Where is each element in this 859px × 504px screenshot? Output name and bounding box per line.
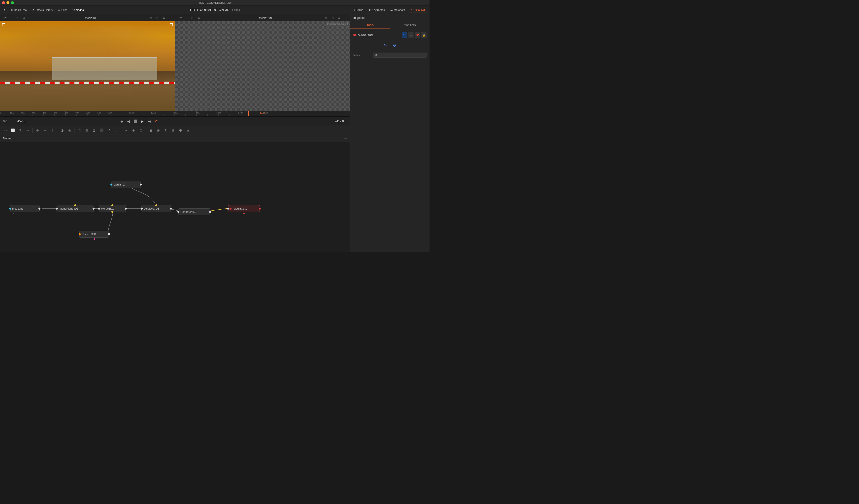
viewer-left-grid2-icon[interactable]: ⊞ [162, 15, 166, 20]
inspector-button[interactable]: ✕ Inspector [408, 7, 427, 12]
node-merge3D1[interactable]: Merge3D1 [99, 205, 126, 212]
tool-text[interactable]: T [17, 127, 24, 134]
fit-dropdown-right[interactable]: Fit▾ [177, 15, 182, 20]
nodes-content[interactable]: MediaIn1 ImagePlane3D1 [0, 142, 350, 252]
toolbar-dropdown[interactable]: ▾ [2, 7, 7, 12]
prev-frame-button[interactable]: ◀ [125, 118, 132, 124]
tool-light[interactable]: ◎ [169, 127, 177, 134]
tool-3d[interactable]: ◈ [130, 127, 137, 134]
viewer-left-toolbar: Fit▾ ▪ ◎ ⊞ ··· MediaIn1 ▭ ◎ ⊞ ··· [0, 14, 175, 21]
viewer-right-square-icon[interactable]: ▭ [323, 15, 329, 20]
viewer-more-left[interactable]: ··· [28, 15, 33, 20]
node-displace3D1[interactable]: Displace3D1 [141, 205, 171, 212]
viewer-right-zoom-icon[interactable]: ◎ [190, 15, 195, 20]
tool-mask[interactable]: ⌖ [42, 127, 48, 134]
inspector-lock-btn[interactable]: 🔒 [421, 32, 426, 38]
tool-3d-camera[interactable]: ⬡ [137, 127, 145, 134]
spline-button[interactable]: ⌇ Spline [351, 7, 366, 12]
viewer-right-grid2-icon[interactable]: ⊞ [336, 15, 342, 20]
inspector-color-btn[interactable] [402, 32, 407, 38]
node-renderer3D1[interactable]: Renderer3D1 [178, 208, 210, 215]
node-imagePlane3D1[interactable]: ImagePlane3D1 [57, 205, 94, 212]
tab-modifiers[interactable]: Modifiers [390, 21, 430, 29]
tool-composite[interactable]: ⬓ [91, 127, 97, 134]
viewer-zoom-icon[interactable]: ◎ [15, 15, 20, 20]
node-renderer3D1-label: Renderer3D1 [178, 210, 199, 213]
start-timecode: 0.0 [3, 120, 15, 123]
media-pool-button[interactable]: ⊞ Media Pool [9, 7, 29, 12]
tool-color[interactable]: ◑ [59, 127, 65, 134]
close-button[interactable] [2, 1, 5, 4]
clips-button[interactable]: ▤ Clips [56, 7, 69, 12]
tool-transform[interactable]: ⬚ [76, 127, 82, 134]
node-connections-svg [0, 142, 350, 252]
fit-dropdown-left[interactable]: Fit▾ [2, 15, 7, 20]
main-content: Fit▾ ▪ ◎ ⊞ ··· MediaIn1 ▭ ◎ ⊞ ··· [0, 14, 430, 252]
tool-sphere[interactable]: ◉ [154, 127, 162, 134]
tool-effect[interactable]: ☁ [184, 127, 191, 134]
tool-distort[interactable]: ⬛ [98, 127, 105, 134]
minimize-button[interactable] [6, 1, 10, 4]
maximize-button[interactable] [11, 1, 14, 4]
loop-button[interactable]: ↺ [153, 118, 159, 124]
tool-blur[interactable]: ◉ [66, 127, 73, 134]
effects-library-button[interactable]: ✦ Effects Library [30, 7, 55, 12]
viewer-layout-icon[interactable]: ▪ [9, 15, 13, 20]
node-camera3D1[interactable]: Camera3D1 [79, 231, 109, 238]
keyframes-button[interactable]: ◆ Keyframes [366, 7, 387, 12]
viewer-left-circle-icon[interactable]: ◎ [155, 15, 160, 20]
tool-polygon[interactable]: ⬜ [10, 127, 16, 134]
timeline-ruler[interactable]: 0 100 200 300 400 500 600 700 800 900 10… [0, 111, 350, 117]
node-mediaOut1[interactable]: MediaOut1 [228, 205, 260, 212]
nodes-button[interactable]: ⬡ Nodes [71, 7, 86, 12]
tool-tracker[interactable]: ⊕ [34, 127, 41, 134]
tool-sep-5 [146, 128, 146, 133]
tool-particle[interactable]: ✦ [123, 127, 130, 134]
svg-text:2000: 2000 [216, 112, 221, 114]
inspector-gear-icon[interactable]: ⚙ [391, 42, 398, 49]
node-graph: MediaIn1 ImagePlane3D1 [0, 142, 350, 252]
tool-paint[interactable]: ✏ [24, 127, 31, 134]
dropdown-arrow: ▾ [4, 8, 5, 11]
go-to-start-button[interactable]: ⏮ [119, 118, 124, 124]
nodes-more-button[interactable]: ··· [344, 136, 347, 140]
tool-3d-text[interactable]: T [162, 127, 169, 134]
metadata-button[interactable]: ☰ Metadata [388, 7, 408, 12]
media-pool-icon: ⊞ [11, 8, 13, 11]
viewer-grid-icon[interactable]: ⊞ [21, 15, 26, 20]
tool-crop[interactable]: ⊞ [83, 127, 90, 134]
inspector-expand-btn[interactable]: ▭ [408, 32, 413, 38]
clips-label: Clips [61, 9, 67, 11]
port-merge3D1-left [98, 208, 100, 210]
viewer-right-more2[interactable]: ··· [343, 15, 348, 20]
inspector-link-icon[interactable]: ⟳ [382, 42, 389, 49]
node-imagePlane3D1-label: ImagePlane3D1 [57, 207, 80, 210]
tab-tools[interactable]: Tools [350, 21, 390, 29]
viewer-right-layout-icon[interactable]: ▪ [184, 15, 189, 20]
stop-button[interactable] [133, 118, 138, 124]
port-merge3D1-right [125, 208, 127, 210]
node-mediaIn2[interactable]: MediaIn2 [111, 181, 141, 188]
inspector-tabs: Tools Modifiers [350, 21, 430, 29]
viewer-left-more2[interactable]: ··· [168, 15, 173, 20]
tool-select[interactable]: ▭ [2, 127, 9, 134]
tool-sep-4 [121, 128, 121, 133]
tool-morph[interactable]: ⌂ [113, 127, 120, 134]
inspector-pin-btn[interactable]: 📌 [415, 32, 420, 38]
go-to-end-button[interactable]: ⏭ [146, 118, 152, 124]
tool-curves[interactable]: ⌇ [49, 127, 56, 134]
tool-warp[interactable]: ↺ [105, 127, 112, 134]
viewer-right-grid-icon[interactable]: ⊞ [196, 15, 201, 20]
tool-render[interactable]: ⬢ [177, 127, 184, 134]
viewer-right-more[interactable]: ··· [203, 15, 208, 20]
viewer-right-circle-icon[interactable]: ◎ [330, 15, 335, 20]
tool-shape[interactable]: ◼ [147, 127, 154, 134]
viewer-left-square-icon[interactable]: ▭ [149, 15, 154, 20]
inspector-index-input[interactable]: 0 [373, 52, 426, 58]
effects-library-icon: ✦ [32, 8, 34, 11]
play-button[interactable]: ▶ [139, 118, 146, 124]
svg-text:500: 500 [54, 112, 57, 114]
inspector-panel: Inspector Tools Modifiers MediaOut1 ▭ [350, 14, 430, 252]
node-mediaIn1-label: MediaIn1 [10, 207, 25, 210]
node-mediaIn1[interactable]: MediaIn1 [10, 205, 40, 212]
